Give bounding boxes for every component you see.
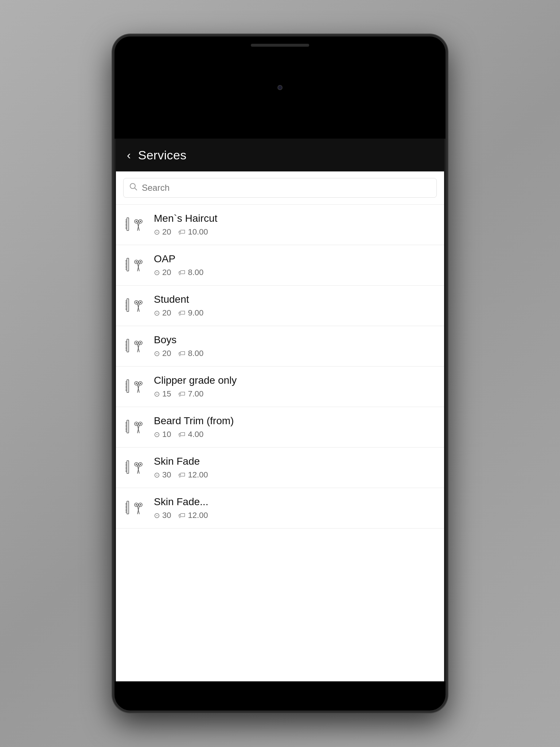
svg-point-13	[140, 221, 141, 222]
duration-item: ⊙ 20	[154, 268, 171, 277]
price-value: 7.00	[188, 389, 203, 399]
svg-point-69	[140, 383, 141, 384]
service-meta: ⊙ 20 🏷 10.00	[154, 227, 435, 237]
service-icon	[125, 255, 147, 276]
svg-point-111	[140, 504, 141, 506]
svg-point-83	[140, 423, 141, 425]
search-container	[116, 171, 444, 205]
duration-value: 20	[162, 227, 171, 237]
search-icon	[129, 183, 137, 193]
duration-value: 30	[162, 470, 171, 480]
price-value: 8.00	[188, 349, 203, 358]
service-info: Men`s Haircut ⊙ 20 🏷 10.00	[154, 213, 435, 237]
price-value: 9.00	[188, 308, 203, 318]
device-top	[114, 36, 446, 139]
service-icon	[125, 295, 147, 317]
duration-value: 20	[162, 349, 171, 358]
price-item: 🏷 10.00	[178, 227, 208, 237]
price-item: 🏷 8.00	[178, 349, 203, 358]
svg-point-97	[140, 464, 141, 465]
service-icon	[125, 336, 147, 357]
svg-rect-100	[127, 501, 129, 514]
service-meta: ⊙ 15 🏷 7.00	[154, 389, 435, 399]
svg-point-12	[136, 221, 137, 222]
svg-point-110	[136, 504, 137, 506]
list-item[interactable]: Student ⊙ 20 🏷 9.00	[116, 286, 444, 326]
price-item: 🏷 12.00	[178, 511, 208, 520]
price-item: 🏷 7.00	[178, 389, 203, 399]
svg-rect-16	[127, 258, 129, 271]
list-item[interactable]: Clipper grade only ⊙ 15 🏷 7.00	[116, 367, 444, 407]
page-title: Services	[138, 148, 187, 162]
duration-item: ⊙ 10	[154, 430, 171, 439]
service-info: Boys ⊙ 20 🏷 8.00	[154, 334, 435, 358]
back-button[interactable]: ‹	[127, 149, 131, 161]
notch-bar	[251, 44, 309, 47]
list-item[interactable]: OAP ⊙ 20 🏷 8.00	[116, 245, 444, 286]
service-name: Men`s Haircut	[154, 213, 435, 224]
search-bar[interactable]	[123, 178, 437, 198]
service-info: OAP ⊙ 20 🏷 8.00	[154, 253, 435, 277]
service-icon	[125, 457, 147, 479]
clock-icon: ⊙	[154, 471, 160, 479]
service-icon	[125, 498, 147, 519]
service-icon	[125, 417, 147, 438]
back-icon: ‹	[127, 149, 131, 161]
services-list: Men`s Haircut ⊙ 20 🏷 10.00	[116, 205, 444, 681]
service-info: Beard Trim (from) ⊙ 10 🏷 4.00	[154, 415, 435, 439]
clock-icon: ⊙	[154, 268, 160, 277]
list-item[interactable]: Beard Trim (from) ⊙ 10 🏷 4.00	[116, 407, 444, 448]
price-icon: 🏷	[178, 430, 186, 439]
list-item[interactable]: Skin Fade... ⊙ 30 🏷 12.00	[116, 488, 444, 529]
price-item: 🏷 12.00	[178, 470, 208, 480]
svg-point-82	[136, 423, 137, 425]
svg-rect-30	[127, 299, 129, 311]
duration-item: ⊙ 30	[154, 470, 171, 480]
service-name: Boys	[154, 334, 435, 346]
service-info: Clipper grade only ⊙ 15 🏷 7.00	[154, 375, 435, 399]
clock-icon: ⊙	[154, 309, 160, 317]
service-meta: ⊙ 30 🏷 12.00	[154, 511, 435, 520]
device-bottom	[114, 681, 446, 711]
svg-point-96	[136, 464, 137, 465]
svg-rect-2	[127, 218, 129, 231]
price-icon: 🏷	[178, 390, 186, 398]
service-info: Skin Fade... ⊙ 30 🏷 12.00	[154, 496, 435, 520]
duration-item: ⊙ 20	[154, 227, 171, 237]
service-info: Student ⊙ 20 🏷 9.00	[154, 294, 435, 318]
price-icon: 🏷	[178, 268, 186, 277]
svg-point-41	[140, 302, 141, 303]
clock-icon: ⊙	[154, 390, 160, 398]
duration-item: ⊙ 20	[154, 308, 171, 318]
duration-value: 20	[162, 308, 171, 318]
svg-rect-58	[127, 380, 129, 392]
service-name: OAP	[154, 253, 435, 265]
svg-point-26	[136, 261, 137, 263]
list-item[interactable]: Men`s Haircut ⊙ 20 🏷 10.00	[116, 205, 444, 245]
service-name: Student	[154, 294, 435, 305]
price-value: 10.00	[188, 227, 208, 237]
duration-item: ⊙ 20	[154, 349, 171, 358]
device: ‹ Services	[112, 34, 448, 713]
duration-value: 20	[162, 268, 171, 277]
svg-rect-44	[127, 339, 129, 352]
price-icon: 🏷	[178, 349, 186, 358]
list-item[interactable]: Boys ⊙ 20 🏷 8.00	[116, 326, 444, 367]
svg-rect-72	[127, 420, 129, 433]
service-meta: ⊙ 30 🏷 12.00	[154, 470, 435, 480]
device-content: ‹ Services	[114, 139, 446, 681]
duration-item: ⊙ 15	[154, 389, 171, 399]
clock-icon: ⊙	[154, 349, 160, 358]
search-input[interactable]	[142, 183, 431, 193]
clock-icon: ⊙	[154, 511, 160, 520]
list-item[interactable]: Skin Fade ⊙ 30 🏷 12.00	[116, 448, 444, 488]
clock-icon: ⊙	[154, 228, 160, 236]
service-meta: ⊙ 20 🏷 8.00	[154, 268, 435, 277]
service-meta: ⊙ 10 🏷 4.00	[154, 430, 435, 439]
price-icon: 🏷	[178, 511, 186, 520]
service-name: Skin Fade...	[154, 496, 435, 508]
duration-value: 30	[162, 511, 171, 520]
price-value: 8.00	[188, 268, 203, 277]
clock-icon: ⊙	[154, 430, 160, 439]
svg-rect-86	[127, 461, 129, 473]
